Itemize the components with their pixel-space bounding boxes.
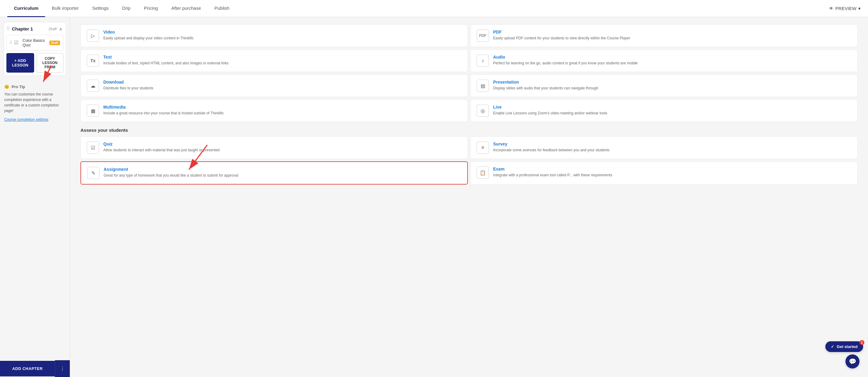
exam-info: Exam Integrate with a professional exam …	[493, 167, 851, 178]
copy-lesson-button[interactable]: COPY LESSON FROM	[37, 53, 64, 72]
assignment-title: Assignment	[104, 167, 461, 172]
tab-after-purchase[interactable]: After purchase	[164, 0, 208, 17]
lesson-drag-icon: ⠿	[9, 40, 12, 45]
content-types-section2: ☑ Quiz Allow students to interact with m…	[79, 135, 859, 186]
checkmark-icon: ✓	[831, 344, 834, 349]
video-icon-box: ▷	[87, 30, 99, 42]
quiz-info: Quiz Allow students to interact with mat…	[103, 142, 461, 153]
live-title: Live	[493, 105, 851, 110]
video-info: Video Easily upload and display your vid…	[103, 30, 461, 41]
content-types-section1: ▷ Video Easily upload and display your v…	[79, 23, 859, 123]
audio-icon-box: ♪	[477, 55, 489, 67]
add-lesson-button[interactable]: + ADD LESSON	[6, 53, 34, 72]
lesson-buttons: + ADD LESSON COPY LESSON FROM	[4, 53, 66, 76]
download-desc: Distribute files to your students	[103, 86, 461, 91]
exam-icon-box: 📋	[477, 167, 489, 179]
live-icon-box: ◎	[477, 105, 489, 117]
eye-icon: 👁	[829, 6, 834, 11]
chat-bubble-button[interactable]: 💬	[845, 354, 860, 369]
content-type-quiz[interactable]: ☑ Quiz Allow students to interact with m…	[81, 136, 468, 159]
quiz-desc: Allow students to interact with material…	[103, 148, 461, 153]
download-info: Download Distribute files to your studen…	[103, 80, 461, 91]
preview-button[interactable]: 👁 PREVIEW ▾	[829, 6, 861, 11]
course-completion-link[interactable]: Course completion settings	[4, 117, 49, 122]
content-type-download[interactable]: ☁ Download Distribute files to your stud…	[81, 75, 468, 97]
quiz-icon: ☑	[91, 145, 95, 151]
preview-label: PREVIEW	[835, 6, 857, 11]
content-type-text[interactable]: Tx Text Include bodies of text, styled H…	[81, 50, 468, 72]
left-sidebar: ⠿ Chapter 1 Draft ∧ ⠿ ☑ Color Basics Qui…	[0, 17, 70, 377]
text-title: Text	[103, 55, 461, 59]
video-desc: Easily upload and display your video con…	[103, 36, 461, 41]
audio-desc: Perfect for learning on the go, audio co…	[493, 61, 851, 66]
quiz-icon: ☑	[14, 40, 20, 46]
survey-info: Survey Incorporate some avenues for feed…	[493, 142, 851, 153]
more-options-button[interactable]: ⋮	[55, 360, 70, 377]
collapse-icon[interactable]: ∧	[59, 27, 62, 31]
download-icon-box: ☁	[87, 80, 99, 92]
chapter-header: ⠿ Chapter 1 Draft ∧	[4, 22, 66, 35]
content-type-multimedia[interactable]: ▦ Multimedia Include a great resource in…	[81, 99, 468, 122]
pdf-info: PDF Easily upload PDF content for your s…	[493, 30, 851, 41]
tab-pricing[interactable]: Pricing	[137, 0, 164, 17]
exam-desc: Integrate with a professional exam tool …	[493, 173, 851, 178]
content-type-assignment[interactable]: ✎ Assignment Great for any type of homew…	[81, 161, 468, 184]
tab-curriculum[interactable]: Curriculum	[7, 0, 45, 17]
content-type-presentation[interactable]: ▤ Presentation Display slides with audio…	[470, 75, 858, 97]
chapter-block: ⠿ Chapter 1 Draft ∧ ⠿ ☑ Color Basics Qui…	[4, 22, 66, 76]
multimedia-desc: Include a great resource into your cours…	[103, 111, 461, 116]
presentation-icon-box: ▤	[477, 80, 489, 92]
pro-tip-icon: 😊	[4, 85, 9, 89]
content-type-live[interactable]: ◎ Live Enable Live Lessons using Zoom's …	[470, 99, 858, 122]
quiz-icon-box: ☑	[87, 142, 99, 154]
presentation-title: Presentation	[493, 80, 851, 85]
lesson-item: ⠿ ☑ Color Basics Quiz Draft	[6, 35, 63, 51]
get-started-badge: 2	[860, 340, 864, 345]
lesson-status-badge: Draft	[50, 40, 60, 45]
multimedia-title: Multimedia	[103, 105, 461, 110]
lesson-title[interactable]: Color Basics Quiz	[23, 38, 50, 47]
assignment-icon: ✎	[91, 170, 95, 176]
content-type-audio[interactable]: ♪ Audio Perfect for learning on the go, …	[470, 50, 858, 72]
video-icon: ▷	[91, 33, 95, 39]
tab-drip[interactable]: Drip	[116, 0, 137, 17]
pdf-icon: PDF	[479, 33, 487, 38]
add-chapter-button[interactable]: ADD CHAPTER	[0, 361, 55, 376]
survey-icon: ≡	[481, 145, 484, 150]
text-icon-box: Tx	[87, 55, 99, 67]
survey-desc: Incorporate some avenues for feedback be…	[493, 148, 851, 153]
content-type-exam[interactable]: 📋 Exam Integrate with a professional exa…	[470, 161, 858, 184]
content-type-survey[interactable]: ≡ Survey Incorporate some avenues for fe…	[470, 136, 858, 159]
presentation-icon: ▤	[480, 83, 485, 89]
get-started-label: Get started	[837, 344, 858, 349]
survey-icon-box: ≡	[477, 142, 489, 154]
assess-section-header: Assess your students	[79, 123, 859, 135]
chapter-status: Draft	[49, 27, 57, 31]
live-desc: Enable Live Lessons using Zoom's video m…	[493, 111, 851, 116]
tab-settings[interactable]: Settings	[85, 0, 115, 17]
tab-publish[interactable]: Publish	[208, 0, 236, 17]
presentation-desc: Display slides with audio that your stud…	[493, 86, 851, 91]
tab-bulk-importer[interactable]: Bulk importer	[45, 0, 85, 17]
content-type-video[interactable]: ▷ Video Easily upload and display your v…	[81, 24, 468, 47]
chat-icon: 💬	[849, 358, 857, 365]
presentation-info: Presentation Display slides with audio t…	[493, 80, 851, 91]
text-icon: Tx	[91, 58, 95, 63]
top-nav: Curriculum Bulk importer Settings Drip P…	[0, 0, 868, 17]
content-type-pdf[interactable]: PDF PDF Easily upload PDF content for yo…	[470, 24, 858, 47]
sidebar-footer: ADD CHAPTER ⋮	[0, 360, 70, 377]
text-info: Text Include bodies of text, styled HTML…	[103, 55, 461, 66]
pro-tip-section: 😊 Pro Tip You can customize the course c…	[0, 80, 70, 360]
audio-icon: ♪	[482, 58, 484, 63]
pdf-desc: Easily upload PDF content for your stude…	[493, 36, 851, 41]
audio-info: Audio Perfect for learning on the go, au…	[493, 55, 851, 66]
pdf-icon-box: PDF	[477, 30, 489, 42]
text-desc: Include bodies of text, styled HTML cont…	[103, 61, 461, 66]
download-icon: ☁	[91, 83, 95, 89]
survey-title: Survey	[493, 142, 851, 146]
assignment-info: Assignment Great for any type of homewor…	[104, 167, 461, 178]
get-started-button[interactable]: ✓ Get started 2	[825, 341, 863, 352]
pro-tip-header: 😊 Pro Tip	[4, 85, 65, 89]
quiz-title: Quiz	[103, 142, 461, 146]
chevron-down-icon: ▾	[858, 6, 861, 11]
